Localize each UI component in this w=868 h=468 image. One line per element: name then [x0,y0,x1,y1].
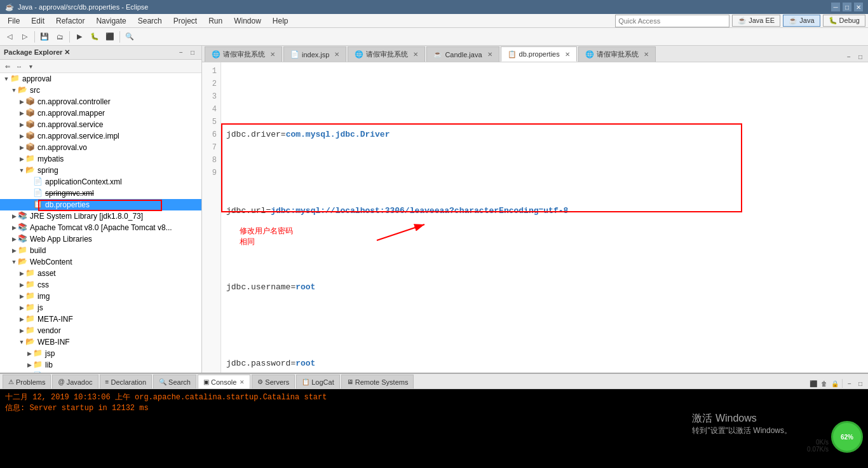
tree-arrow-metainf[interactable]: ▶ [18,316,25,322]
tree-item-vendor[interactable]: ▶ 📁 vendor [0,325,201,336]
tree-item-js[interactable]: ▶ 📁 js [0,302,201,313]
tree-item-controller[interactable]: ▶ 📦 cn.approval.controller [0,96,201,107]
tab-candle[interactable]: ☕ Candle.java ✕ [426,46,499,62]
toolbar-search[interactable]: 🔍 [123,30,137,44]
console-maximize[interactable]: □ [855,378,865,389]
tab-close-5[interactable]: ✕ [565,51,570,58]
menu-run[interactable]: Run [203,15,227,27]
tree-item-webcontent[interactable]: ▼ 📂 WebContent [0,256,201,268]
maximize-button[interactable]: □ [843,3,851,11]
tree-arrow-service-impl[interactable]: ▶ [18,133,25,139]
tree-arrow-spring[interactable]: ▼ [18,167,25,174]
tab-console[interactable]: ▣ Console ✕ [198,375,250,389]
toolbar-forward[interactable]: ▷ [18,30,32,44]
tab-search[interactable]: 🔍 Search [153,375,196,389]
bottom-controls[interactable]: ⬛ 🗑 🔒 − □ [808,378,868,389]
menu-file[interactable]: File [3,15,25,27]
tree-arrow-js[interactable]: ▶ [18,305,25,311]
perspective-javaee[interactable]: ☕ Java EE [732,15,780,27]
toolbar-save-all[interactable]: 🗂 [53,30,67,44]
tab-qjps-2[interactable]: 🌐 请假审批系统 ✕ [348,46,425,62]
tree-arrow-webinf[interactable]: ▼ [18,339,25,345]
tree-item-jre[interactable]: ▶ 📚 JRE System Library [jdk1.8.0_73] [0,210,201,222]
sidebar-minimize[interactable]: − [176,48,186,58]
menu-help[interactable]: Help [268,15,294,27]
tab-servers[interactable]: ⚙ Servers [252,375,295,389]
tab-qjps-1[interactable]: 🌐 请假审批系统 ✕ [205,46,282,62]
tab-remote[interactable]: 🖥 Remote Systems [341,375,414,389]
tree-arrow-img[interactable]: ▶ [18,293,25,299]
quick-access-input[interactable] [615,15,729,27]
console-stop[interactable]: ⬛ [808,378,818,389]
tab-minimize[interactable]: − [844,52,854,62]
tab-javadoc[interactable]: @ Javadoc [52,375,98,389]
tab-close-2[interactable]: ✕ [334,51,339,58]
tree-arrow-controller[interactable]: ▶ [18,99,25,105]
tree-item-src[interactable]: ▼ 📂 src [0,85,201,96]
sidebar-collapse-all[interactable]: ⇐ [3,61,13,71]
sidebar-maximize[interactable]: □ [187,48,198,58]
sidebar-menu[interactable]: ▾ [25,61,36,71]
perspective-java[interactable]: ☕ Java [783,15,820,27]
perspective-debug[interactable]: 🐛 Debug [823,15,865,27]
tab-maximize[interactable]: □ [855,52,865,62]
tree-arrow-asset[interactable]: ▶ [18,270,25,277]
tree-arrow-approval[interactable]: ▼ [3,76,10,82]
menu-project[interactable]: Project [168,15,202,27]
close-button[interactable]: ✕ [854,3,863,11]
tab-qjps-3[interactable]: 🌐 请假审批系统 ✕ [578,46,656,62]
tab-close-6[interactable]: ✕ [644,51,649,58]
tree-arrow-build[interactable]: ▶ [10,247,18,254]
tree-item-webxml[interactable]: ▶ 📄 web.xml [0,371,201,373]
tab-close-1[interactable]: ✕ [270,51,275,58]
tree-item-jsp[interactable]: ▶ 📁 jsp [0,348,201,359]
console-scroll-lock[interactable]: 🔒 [830,378,840,389]
tree-item-webinf[interactable]: ▼ 📂 WEB-INF [0,336,201,348]
tab-logcat[interactable]: 📋 LogCat [296,375,339,389]
tree-item-metainf[interactable]: ▶ 📁 META-INF [0,313,201,325]
tree-item-vo[interactable]: ▶ 📦 cn.approval.vo [0,142,201,153]
tree-arrow-vendor[interactable]: ▶ [18,327,25,334]
tree-arrow-src[interactable]: ▼ [10,87,18,93]
tree-item-webapp[interactable]: ▶ 📚 Web App Libraries [0,233,201,245]
tree-item-springmvc[interactable]: ▶ 📄 springmvc.xml [0,188,201,199]
tree-arrow-webapp[interactable]: ▶ [10,236,18,242]
minimize-button[interactable]: ─ [831,3,840,11]
tree-item-mybatis[interactable]: ▶ 📁 mybatis [0,153,201,165]
title-bar-controls[interactable]: ─ □ ✕ [831,3,863,11]
tab-dbprops[interactable]: 📋 db.properties ✕ [501,46,577,62]
tree-item-img[interactable]: ▶ 📁 img [0,291,201,302]
tree-item-appctx[interactable]: ▶ 📄 applicationContext.xml [0,176,201,188]
menu-refactor[interactable]: Refactor [51,15,90,27]
toolbar-debug[interactable]: 🐛 [88,30,102,44]
tree-arrow-jre[interactable]: ▶ [10,213,18,219]
tree-item-lib[interactable]: ▶ 📁 lib [0,359,201,371]
console-clear[interactable]: 🗑 [819,378,829,389]
tree-item-dbprops[interactable]: ▶ 📋 db.properties [0,199,201,210]
tab-close-3[interactable]: ✕ [413,51,418,58]
tree-item-mapper[interactable]: ▶ 📦 cn.approval.mapper [0,107,201,119]
menu-navigate[interactable]: Navigate [91,15,131,27]
sidebar-link-editor[interactable]: ↔ [14,61,24,71]
tree-arrow-vo[interactable]: ▶ [18,144,25,151]
menu-search[interactable]: Search [133,15,167,27]
tab-declaration[interactable]: ≡ Declaration [100,375,152,389]
menu-window[interactable]: Window [229,15,266,27]
menu-edit[interactable]: Edit [26,15,50,27]
tab-close-4[interactable]: ✕ [487,51,492,58]
tab-problems[interactable]: ⚠ Problems [3,375,51,389]
tree-arrow-service[interactable]: ▶ [18,121,25,128]
tab-indexjsp[interactable]: 📄 index.jsp ✕ [283,46,346,62]
tree-arrow-mybatis[interactable]: ▶ [18,156,25,162]
toolbar-save[interactable]: 💾 [37,30,51,44]
tree-arrow-lib[interactable]: ▶ [25,362,33,368]
code-lines[interactable]: jdbc.driver=com.mysql.jdbc.Driver jdbc.u… [221,62,868,373]
tree-item-asset[interactable]: ▶ 📁 asset [0,268,201,279]
tree-item-build[interactable]: ▶ 📁 build [0,245,201,256]
tree-item-tomcat[interactable]: ▶ 📚 Apache Tomcat v8.0 [Apache Tomcat v8… [0,222,201,233]
code-editor[interactable]: 1 2 3 4 5 6 7 8 9 jdbc.driver=com.mysql.… [202,62,868,373]
tree-arrow-mapper[interactable]: ▶ [18,110,25,116]
tree-item-css[interactable]: ▶ 📁 css [0,279,201,291]
console-minimize[interactable]: − [844,378,855,389]
tree-item-service[interactable]: ▶ 📦 cn.approval.service [0,119,201,130]
